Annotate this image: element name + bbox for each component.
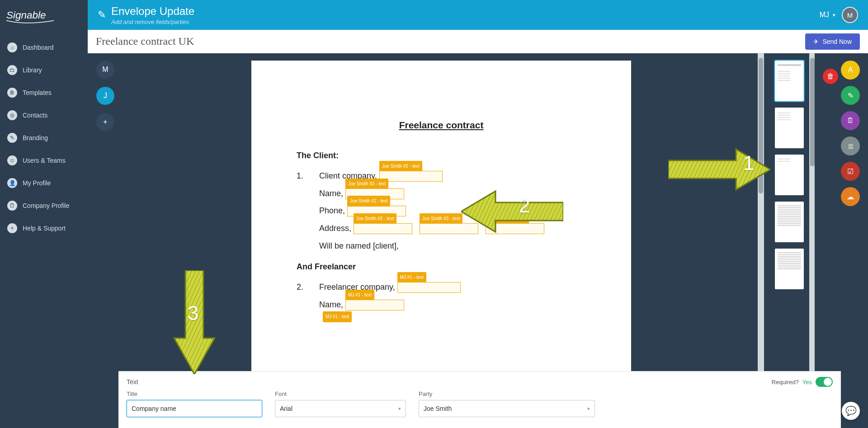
sidebar: Signable ⌂Dashboard 🗀Library 🗎Templates … (0, 0, 88, 428)
nav-label: Dashboard (23, 44, 54, 51)
thumbnail-page-5[interactable] (775, 249, 804, 289)
nav-label: Company Profile (23, 202, 70, 209)
send-now-button[interactable]: ✈ Send Now (805, 33, 860, 50)
chevron-down-icon: ▾ (587, 406, 590, 412)
field-freelancer-name[interactable]: MJ #1 - text (345, 296, 404, 314)
required-value: Yes (802, 379, 812, 386)
send-icon: ✈ (813, 38, 819, 45)
field-tag: Joe Smith #2 - text (486, 213, 528, 224)
tool-upload-field[interactable]: ☁ (841, 187, 860, 206)
tool-checkbox-field[interactable]: ☑ (841, 162, 860, 181)
gauge-icon: ⌂ (7, 42, 17, 52)
tool-dropdown-field[interactable]: ≣ (841, 136, 860, 155)
party-m[interactable]: M (96, 61, 114, 79)
thumbnail-page-3[interactable] (775, 155, 804, 195)
field-properties-panel: Text Required? Yes Title Font Arial▾ Par… (118, 371, 841, 428)
add-party-button[interactable]: + (96, 113, 114, 131)
chevron-down-icon: ▾ (833, 12, 835, 18)
subheader: Freelance contract UK ✈ Send Now (88, 30, 868, 53)
page-subtitle: Add and remove fields/parties (111, 19, 194, 25)
label-willbe: Will be named [client], (297, 237, 586, 255)
file-icon: 🗎 (7, 88, 17, 98)
document-title: Freelance contract UK (96, 35, 194, 47)
party-label: Party (419, 390, 595, 397)
nav-templates[interactable]: 🗎Templates (0, 81, 88, 104)
scrollbar[interactable] (810, 58, 815, 166)
thumbnail-page-2[interactable] (775, 108, 804, 148)
users-icon: ☺ (7, 155, 17, 165)
send-label: Send Now (822, 38, 852, 45)
field-tag: Joe Smith #2 - text (345, 179, 388, 189)
doc-heading: Freelance contract (297, 115, 586, 135)
field-tag: MJ #1 - text (345, 290, 374, 301)
chat-icon: 💬 (845, 405, 857, 416)
label-phone: Phone, (319, 206, 345, 215)
pencil-icon: ✎ (98, 9, 106, 21)
title-label: Title (127, 390, 262, 397)
chat-button[interactable]: 💬 (842, 402, 860, 420)
party-select[interactable]: Joe Smith▾ (419, 400, 595, 417)
field-client-address-2[interactable]: Joe Smith #2 - text (420, 220, 478, 237)
book-icon: ◎ (7, 110, 17, 120)
nav-contacts[interactable]: ◎Contacts (0, 104, 88, 127)
font-select[interactable]: Arial▾ (275, 400, 406, 417)
field-freelancer-company[interactable]: MJ #1 - text (397, 278, 461, 296)
chevron-down-icon: ▾ (398, 406, 401, 412)
plus-icon: + (7, 223, 17, 233)
cloud-upload-icon: ☁ (847, 193, 854, 201)
nav-dashboard[interactable]: ⌂Dashboard (0, 36, 88, 59)
nav-label: My Profile (23, 179, 51, 187)
field-tag: MJ #1 - text (323, 311, 352, 322)
nav-company-profile[interactable]: 🗒Company Profile (0, 194, 88, 217)
required-label: Required? (772, 379, 799, 386)
label-name: Name, (319, 189, 343, 198)
calendar-icon: 🗓 (847, 117, 854, 125)
title-input[interactable] (127, 400, 262, 417)
field-tag: Joe Smith #2 - text (379, 161, 422, 172)
field-tag: Joe Smith #2 - text (354, 213, 396, 224)
scrollbar[interactable] (759, 58, 763, 193)
nav-branding[interactable]: ✎Branding (0, 127, 88, 149)
user-initials: MJ (820, 11, 829, 19)
freelancer-section-title: And Freelancer (297, 258, 586, 276)
thumbnail-page-4[interactable] (775, 202, 804, 242)
font-label: Font (275, 390, 406, 397)
signature-icon: ✎ (848, 91, 854, 100)
label-freelancer-name: Name, (319, 300, 343, 309)
tool-signature-field[interactable]: ✎ (841, 86, 860, 105)
brand-logo: Signable (0, 0, 88, 36)
nav-label: Branding (23, 134, 48, 141)
nav-my-profile[interactable]: 👤My Profile (0, 172, 88, 194)
list-number: 2. (297, 278, 319, 296)
delete-button[interactable]: 🗑 (823, 69, 838, 84)
tool-date-field[interactable]: 🗓 (841, 111, 860, 130)
field-client-address-3[interactable]: Joe Smith #2 - text (486, 220, 544, 237)
required-toggle[interactable] (816, 377, 833, 387)
user-menu[interactable]: MJ ▾ M (820, 7, 858, 23)
checkbox-icon: ☑ (847, 167, 854, 176)
page-title: Envelope Update (111, 5, 194, 18)
client-section-title: The Client: (297, 147, 586, 165)
party-rail: M J + (88, 53, 118, 428)
party-j[interactable]: J (96, 87, 114, 105)
svg-text:Signable: Signable (6, 9, 46, 21)
party-value: Joe Smith (424, 405, 452, 412)
trash-icon: 🗑 (827, 72, 834, 80)
list-icon: ≣ (848, 142, 854, 151)
field-client-address-1[interactable]: Joe Smith #2 - text (354, 220, 412, 237)
pencil-icon: ✎ (7, 133, 17, 143)
field-tag: MJ #1 - text (397, 272, 426, 283)
avatar[interactable]: M (842, 7, 858, 23)
panel-title: Text (127, 378, 138, 386)
nav-label: Help & Support (23, 225, 66, 232)
nav-users-teams[interactable]: ☺Users & Teams (0, 149, 88, 172)
field-tag: Joe Smith #2 - text (420, 213, 462, 224)
nav-library[interactable]: 🗀Library (0, 59, 88, 81)
folder-icon: 🗀 (7, 65, 17, 75)
field-client-company[interactable]: Joe Smith #2 - text (379, 167, 443, 185)
nav-help-support[interactable]: +Help & Support (0, 217, 88, 240)
thumbnail-page-1[interactable] (775, 61, 804, 101)
nav-label: Templates (23, 89, 52, 96)
tool-text-field[interactable]: A (841, 61, 860, 80)
text-icon: A (848, 66, 853, 74)
